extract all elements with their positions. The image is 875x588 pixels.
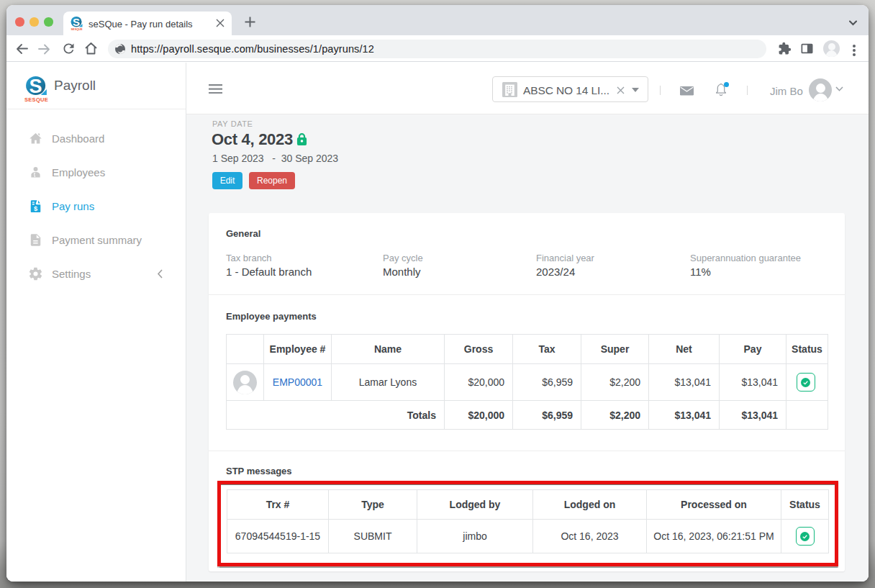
svg-text:S: S: [30, 76, 42, 96]
svg-text:$: $: [34, 205, 37, 212]
svg-text:S: S: [73, 17, 80, 27]
